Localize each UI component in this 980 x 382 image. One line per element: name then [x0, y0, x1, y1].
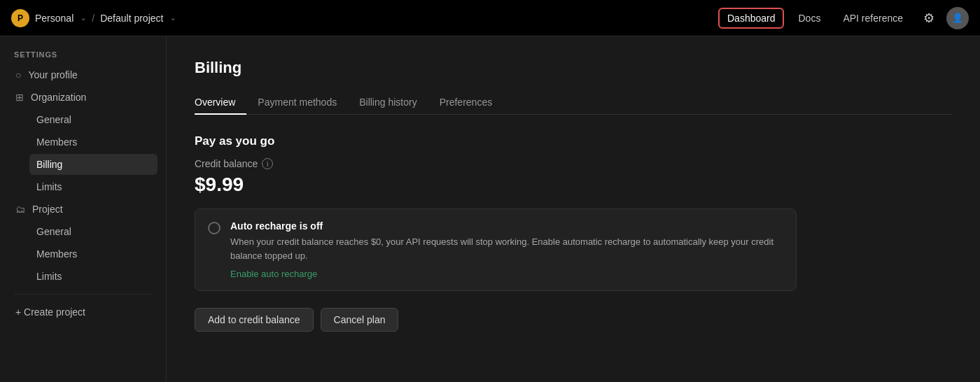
avatar[interactable]: 👤 — [946, 7, 969, 29]
action-buttons: Add to credit balance Cancel plan — [195, 308, 952, 332]
topnav-right: Dashboard Docs API reference ⚙ 👤 — [718, 6, 969, 30]
credit-balance-label: Credit balance i — [195, 158, 952, 169]
sidebar-item-label: Members — [36, 136, 77, 148]
create-project-label: + Create project — [15, 306, 85, 318]
breadcrumb-separator: / — [92, 13, 94, 24]
sidebar-item-label: General — [36, 114, 71, 125]
tab-preferences[interactable]: Preferences — [428, 91, 503, 115]
profile-icon: ○ — [15, 69, 21, 80]
sidebar-item-your-profile[interactable]: ○ Your profile — [8, 64, 158, 85]
info-icon[interactable]: i — [262, 158, 273, 169]
sidebar-item-label: General — [36, 226, 71, 237]
org-avatar[interactable]: P — [11, 9, 29, 27]
nav-dashboard[interactable]: Dashboard — [718, 8, 785, 29]
section-title: Pay as you go — [195, 134, 952, 148]
tab-overview[interactable]: Overview — [195, 91, 246, 115]
enable-auto-recharge-link[interactable]: Enable auto recharge — [230, 269, 317, 279]
topnav: P Personal ⌄ / Default project ⌄ Dashboa… — [0, 0, 980, 36]
sidebar-org-sub: General Members Billing Limits — [8, 109, 158, 197]
sidebar-group-org-label: Organization — [31, 92, 86, 103]
sidebar-item-billing[interactable]: Billing — [29, 154, 158, 175]
nav-docs[interactable]: Docs — [790, 8, 829, 28]
sidebar-item-org-general[interactable]: General — [29, 109, 158, 130]
radio-off-icon[interactable] — [208, 222, 220, 234]
sidebar-item-label: Members — [36, 248, 77, 260]
sidebar-item-label: Limits — [36, 271, 62, 282]
main-content: Billing Overview Payment methods Billing… — [167, 36, 980, 382]
app-layout: SETTINGS ○ Your profile ⊞ Organization G… — [0, 36, 980, 382]
sidebar-item-project-general[interactable]: General — [29, 221, 158, 242]
org-name[interactable]: Personal — [35, 13, 74, 24]
sidebar-item-label: Your profile — [28, 69, 77, 80]
recharge-description: When your credit balance reaches $0, you… — [230, 235, 783, 262]
project-chevron-icon: ⌄ — [170, 14, 176, 22]
sidebar-divider — [14, 294, 152, 295]
sidebar-item-org-members[interactable]: Members — [29, 132, 158, 153]
recharge-title: Auto recharge is off — [230, 220, 783, 232]
sidebar-item-org-limits[interactable]: Limits — [29, 176, 158, 197]
sidebar-group-project[interactable]: 🗂 Project — [8, 199, 158, 220]
settings-icon[interactable]: ⚙ — [917, 6, 941, 30]
recharge-content: Auto recharge is off When your credit ba… — [230, 220, 783, 279]
billing-tabs: Overview Payment methods Billing history… — [195, 91, 952, 115]
sidebar-item-project-members[interactable]: Members — [29, 243, 158, 264]
credit-amount: $9.99 — [195, 174, 952, 196]
radio-inner — [212, 226, 216, 230]
create-project-button[interactable]: + Create project — [8, 302, 158, 323]
nav-api-reference[interactable]: API reference — [834, 8, 911, 28]
sidebar-item-project-limits[interactable]: Limits — [29, 266, 158, 287]
page-title: Billing — [195, 59, 952, 77]
org-icon: ⊞ — [15, 92, 24, 103]
org-chevron-icon: ⌄ — [80, 14, 86, 22]
sidebar-section-label: SETTINGS — [8, 50, 158, 59]
sidebar-project-sub: General Members Limits — [8, 221, 158, 287]
sidebar-item-label: Billing — [36, 159, 62, 170]
sidebar-item-label: Limits — [36, 181, 62, 192]
sidebar-group-project-label: Project — [32, 204, 63, 215]
add-to-credit-balance-button[interactable]: Add to credit balance — [195, 308, 314, 332]
sidebar: SETTINGS ○ Your profile ⊞ Organization G… — [0, 36, 167, 382]
recharge-box: Auto recharge is off When your credit ba… — [195, 208, 797, 291]
tab-billing-history[interactable]: Billing history — [348, 91, 428, 115]
project-name[interactable]: Default project — [100, 13, 163, 24]
sidebar-group-organization[interactable]: ⊞ Organization — [8, 87, 158, 108]
project-icon: 🗂 — [15, 204, 25, 215]
cancel-plan-button[interactable]: Cancel plan — [321, 308, 399, 332]
tab-payment-methods[interactable]: Payment methods — [246, 91, 348, 115]
breadcrumb: P Personal ⌄ / Default project ⌄ — [11, 9, 176, 27]
